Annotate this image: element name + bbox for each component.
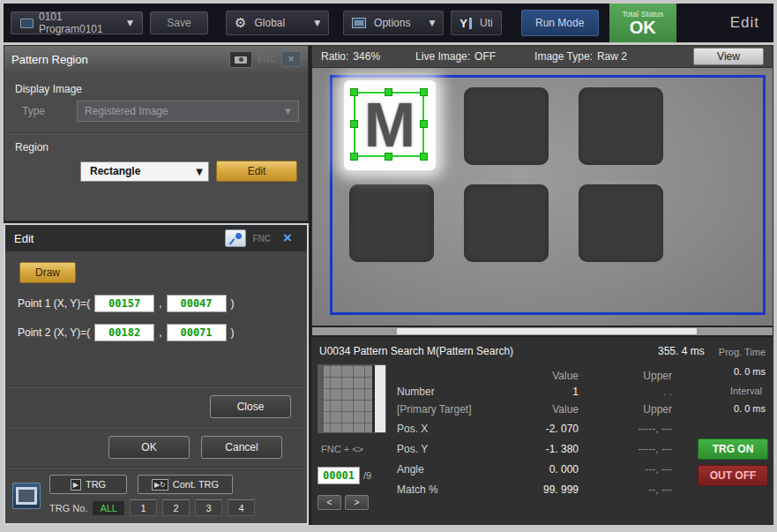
options-menu[interactable]: Options ▼ xyxy=(343,11,444,35)
trg-1-button[interactable]: 1 xyxy=(130,499,157,516)
live-image-label: Live Image: xyxy=(415,50,470,63)
pattern-selection-rect[interactable] xyxy=(354,92,424,157)
cont-trg-button-label: Cont. TRG xyxy=(173,479,219,490)
row-upper: -----, --- xyxy=(579,443,672,455)
edit-dialog-body: Draw Point 1 (X, Y)=( 00157 , 00047 ) Po… xyxy=(5,251,307,468)
selection-handle[interactable] xyxy=(420,153,428,161)
region-shape-value: Rectangle xyxy=(90,165,140,177)
prog-time-label: Prog. Time xyxy=(719,347,766,357)
total-status-indicator: Total Status OK xyxy=(609,4,676,42)
comma-separator: , xyxy=(159,297,161,310)
close-icon[interactable]: × xyxy=(281,51,301,67)
trigger-buttons-row: ▶ TRG ▶↻ Cont. TRG xyxy=(49,475,298,494)
fnc-hint-label: FNC + <> xyxy=(321,444,363,454)
region-shape-dropdown[interactable]: Rectangle ▼ xyxy=(80,161,209,182)
image-block xyxy=(464,87,549,165)
point1-y-field[interactable]: 00047 xyxy=(167,295,227,312)
row-upper: . . xyxy=(579,386,672,398)
primary-target-header-row: [Primary Target] Value Upper xyxy=(397,403,672,416)
fnc-button[interactable]: FNC xyxy=(258,55,276,64)
pattern-thumbnail xyxy=(318,364,386,433)
point1-x-field[interactable]: 00157 xyxy=(94,295,154,312)
results-header-row: Value Upper xyxy=(397,370,672,382)
selection-handle[interactable] xyxy=(350,88,358,96)
point2-label: Point 2 (X, Y)=( xyxy=(18,326,90,339)
point2-x-field[interactable]: 00182 xyxy=(94,324,154,341)
trg-2-button[interactable]: 2 xyxy=(162,499,190,516)
row-label: Number xyxy=(397,386,487,398)
camera-icon[interactable] xyxy=(229,51,252,68)
cont-trg-button[interactable]: ▶↻ Cont. TRG xyxy=(138,475,233,494)
result-index-field[interactable]: 00001 xyxy=(318,467,360,484)
divider xyxy=(5,386,307,387)
image-type-label: Image Type: xyxy=(534,50,593,63)
trg-all-selector[interactable]: ALL xyxy=(93,501,124,515)
selection-handle[interactable] xyxy=(385,153,392,161)
film-strip-icon[interactable] xyxy=(12,483,41,509)
total-status-label: Total Status xyxy=(622,10,663,19)
selection-handle[interactable] xyxy=(350,120,358,128)
chevron-down-icon: ▼ xyxy=(285,107,291,116)
unit-title: U0034 Pattern Search M(Pattern Search) xyxy=(319,345,513,357)
close-icon[interactable]: × xyxy=(277,229,298,247)
left-column: Pattern Region FNC × Display Image Type … xyxy=(4,45,309,525)
point2-y-field[interactable]: 00071 xyxy=(167,324,227,341)
table-row: Match % 99. 999 --, --- xyxy=(397,483,672,496)
trg-button[interactable]: ▶ TRG xyxy=(49,475,127,494)
row-label: Match % xyxy=(397,483,487,496)
gear-icon: ⚙ xyxy=(235,17,246,30)
row-upper: --, --- xyxy=(579,483,672,496)
type-row: Type Registered Image ▼ xyxy=(22,101,299,122)
run-mode-button[interactable]: Run Mode xyxy=(521,10,599,36)
result-count-suffix: /9 xyxy=(363,470,371,481)
table-row: Angle 0. 000 ---, --- xyxy=(397,463,672,476)
total-status-value: OK xyxy=(630,19,656,37)
image-viewer[interactable]: M xyxy=(311,68,773,326)
trg-on-button[interactable]: TRG ON xyxy=(698,438,768,460)
selection-handle[interactable] xyxy=(420,120,428,128)
upper-column-header: Upper xyxy=(579,370,672,382)
selection-handle[interactable] xyxy=(385,88,392,96)
selection-handle[interactable] xyxy=(350,153,358,161)
global-menu[interactable]: ⚙ Global ▼ xyxy=(226,11,329,35)
program-selector[interactable]: 0101 Program0101 ▼ xyxy=(11,11,143,34)
pattern-region-panel: Pattern Region FNC × Display Image Type … xyxy=(4,45,309,221)
ok-button[interactable]: OK xyxy=(108,436,190,459)
prev-result-button[interactable]: < xyxy=(318,495,341,510)
utility-menu[interactable]: Y Uti xyxy=(451,11,501,35)
tools-icon: Y xyxy=(459,17,472,30)
divider xyxy=(5,426,307,428)
view-button[interactable]: View xyxy=(693,48,764,65)
fnc-button[interactable]: FNC xyxy=(252,234,271,244)
value-column-header: Value xyxy=(487,370,579,382)
draw-button[interactable]: Draw xyxy=(19,262,76,283)
divider xyxy=(4,132,308,134)
play-icon: ▶ xyxy=(71,479,81,491)
horizontal-scrollbar-thumb[interactable] xyxy=(397,328,697,334)
image-type-dropdown[interactable]: Registered Image ▼ xyxy=(77,101,299,122)
cancel-button[interactable]: Cancel xyxy=(201,436,282,459)
pin-icon[interactable] xyxy=(225,229,246,247)
close-button[interactable]: Close xyxy=(210,395,291,418)
region-row: Rectangle ▼ Edit xyxy=(80,161,299,182)
out-off-button[interactable]: OUT OFF xyxy=(698,465,768,486)
value-column-header: Value xyxy=(487,403,579,416)
ratio-value: 346% xyxy=(353,50,380,63)
horizontal-scrollbar[interactable] xyxy=(312,327,773,335)
paren-close: ) xyxy=(231,297,235,310)
upper-column-header: Upper xyxy=(579,403,672,416)
chevron-down-icon: ▼ xyxy=(314,19,320,27)
trg-3-button[interactable]: 3 xyxy=(195,499,222,516)
row-label: Angle xyxy=(397,463,487,476)
next-result-button[interactable]: > xyxy=(345,495,369,510)
image-type-value: Registered Image xyxy=(85,105,168,117)
trg-4-button[interactable]: 4 xyxy=(228,499,255,516)
results-panel: U0034 Pattern Search M(Pattern Search) 3… xyxy=(311,337,773,525)
comma-separator: , xyxy=(159,326,161,339)
edit-region-button[interactable]: Edit xyxy=(216,161,297,182)
selection-handle[interactable] xyxy=(420,88,428,96)
save-button[interactable]: Save xyxy=(150,11,208,34)
global-label: Global xyxy=(254,17,285,29)
interval-value: 0. 0 ms xyxy=(734,403,766,414)
row-upper: ---, --- xyxy=(579,463,672,476)
